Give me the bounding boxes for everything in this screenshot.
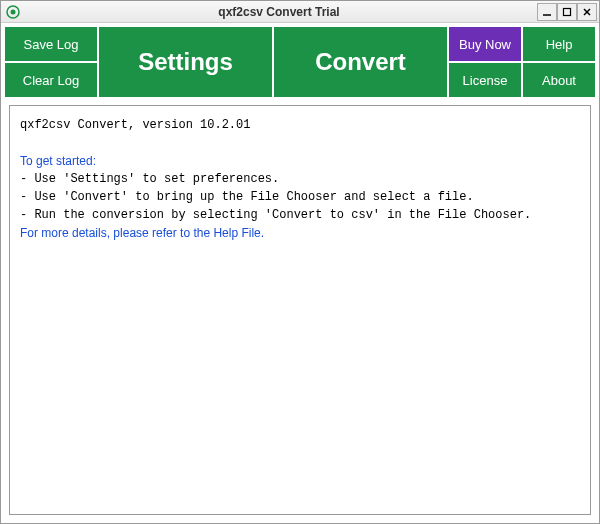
purchase-column: Buy Now License [449,27,521,97]
close-button[interactable] [577,3,597,21]
toolbar: Save Log Clear Log Settings Convert Buy … [1,23,599,101]
help-button[interactable]: Help [523,27,595,61]
buy-now-button[interactable]: Buy Now [449,27,521,61]
help-column: Help About [523,27,595,97]
convert-button[interactable]: Convert [274,27,447,97]
log-panel[interactable]: qxf2csv Convert, version 10.2.01 To get … [9,105,591,515]
instruction-line-3: - Run the conversion by selecting 'Conve… [20,206,580,224]
maximize-button[interactable] [557,3,577,21]
about-button[interactable]: About [523,63,595,97]
help-file-line: For more details, please refer to the He… [20,224,580,242]
titlebar: qxf2csv Convert Trial [1,1,599,23]
svg-rect-3 [564,8,571,15]
app-icon [5,4,21,20]
license-button[interactable]: License [449,63,521,97]
svg-point-1 [11,9,16,14]
log-buttons-column: Save Log Clear Log [5,27,97,97]
minimize-button[interactable] [537,3,557,21]
window-title: qxf2csv Convert Trial [21,5,537,19]
app-window: qxf2csv Convert Trial Save Log Clear Log… [0,0,600,524]
version-line: qxf2csv Convert, version 10.2.01 [20,116,580,134]
window-controls [537,3,597,21]
clear-log-button[interactable]: Clear Log [5,63,97,97]
settings-button[interactable]: Settings [99,27,272,97]
instruction-line-2: - Use 'Convert' to bring up the File Cho… [20,188,580,206]
instruction-line-1: - Use 'Settings' to set preferences. [20,170,580,188]
get-started-header: To get started: [20,152,580,170]
save-log-button[interactable]: Save Log [5,27,97,61]
